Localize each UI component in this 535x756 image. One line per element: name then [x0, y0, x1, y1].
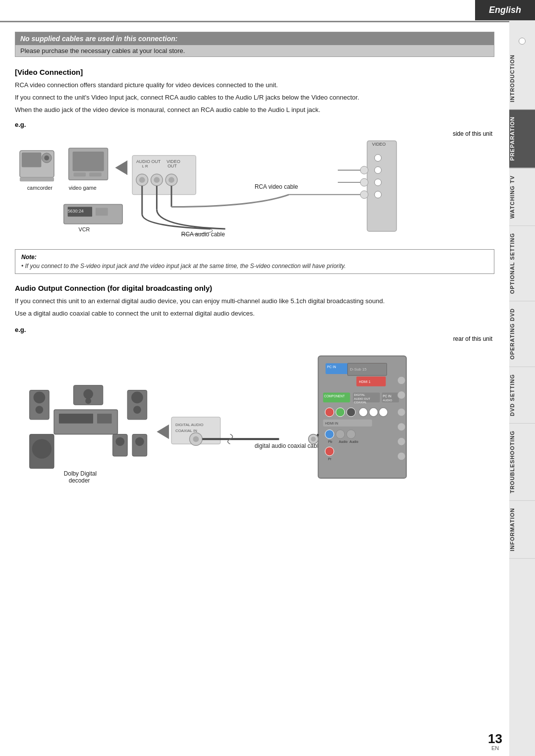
- sidebar-dot: [519, 38, 526, 45]
- svg-point-109: [397, 408, 405, 416]
- svg-text:RCA audio cable: RCA audio cable: [181, 231, 225, 238]
- svg-text:HDMI IN: HDMI IN: [325, 422, 338, 425]
- svg-point-92: [359, 408, 368, 417]
- svg-marker-65: [157, 425, 169, 439]
- svg-text:camcorder: camcorder: [27, 185, 53, 191]
- svg-point-108: [397, 391, 405, 399]
- svg-point-30: [374, 179, 381, 186]
- svg-text:PC IN: PC IN: [327, 365, 336, 369]
- page-number-block: 13 EN: [488, 732, 502, 751]
- sidebar-preparation: PREPARATION: [509, 109, 535, 168]
- note-text: • If you connect to the S-video input ja…: [21, 263, 488, 270]
- video-connection-para2: If you connect to the unit's Video Input…: [15, 93, 494, 103]
- english-tab: English: [475, 0, 535, 20]
- svg-text:AUDIO OUT: AUDIO OUT: [354, 397, 371, 400]
- svg-point-56: [85, 398, 91, 404]
- svg-point-22: [168, 177, 174, 183]
- svg-point-55: [83, 389, 93, 399]
- svg-rect-43: [96, 208, 108, 216]
- svg-rect-1: [22, 153, 42, 167]
- svg-point-97: [325, 430, 334, 439]
- svg-point-53: [133, 406, 141, 414]
- svg-marker-11: [115, 161, 127, 175]
- svg-point-70: [193, 436, 199, 442]
- svg-rect-7: [73, 152, 104, 171]
- audio-output-svg: Dolby Digital decoder DIGITAL AUDIO COAX…: [15, 335, 494, 489]
- top-divider: [0, 21, 509, 22]
- svg-point-29: [374, 167, 381, 174]
- svg-point-99: [336, 430, 345, 439]
- svg-text:D-Sub 15: D-Sub 15: [350, 367, 367, 372]
- svg-point-93: [369, 408, 378, 417]
- svg-point-21: [154, 177, 160, 183]
- video-eg-label: e.g.: [15, 121, 494, 128]
- svg-point-62: [135, 437, 144, 446]
- main-content: No supplied cables are used in this conn…: [0, 25, 509, 756]
- svg-point-90: [336, 408, 345, 417]
- svg-text:VCR: VCR: [78, 226, 90, 232]
- video-connection-para1: RCA video connection offers standard pic…: [15, 80, 494, 91]
- svg-text:COAXIAL IN: COAXIAL IN: [175, 428, 197, 432]
- svg-rect-8: [74, 173, 86, 177]
- svg-text:AUDIO: AUDIO: [383, 399, 392, 402]
- svg-point-107: [397, 377, 405, 384]
- svg-point-111: [397, 437, 405, 445]
- svg-rect-46: [59, 414, 93, 424]
- svg-text:Audio: Audio: [350, 440, 359, 443]
- sidebar-troubleshooting: TROUBLESHOOTING: [509, 424, 535, 501]
- audio-eg-label: e.g.: [15, 326, 494, 333]
- audio-diagram: rear of this unit: [15, 335, 494, 489]
- svg-point-33: [360, 179, 368, 187]
- audio-output-heading: Audio Output Connection (for digital bro…: [15, 284, 494, 292]
- svg-text:HDMI 1: HDMI 1: [359, 380, 371, 383]
- svg-point-28: [374, 155, 381, 162]
- note-title: Note:: [21, 254, 488, 261]
- video-connection-heading: [Video Connection]: [15, 68, 494, 76]
- side-of-unit-label: side of this unit: [453, 130, 492, 137]
- svg-text:L    R: L R: [142, 164, 148, 169]
- right-sidebar: INTRODUCTION PREPARATION WATCHING TV OPT…: [509, 0, 535, 756]
- svg-rect-47: [97, 414, 112, 424]
- svg-rect-9: [89, 173, 102, 177]
- svg-text:PC IN: PC IN: [383, 394, 391, 398]
- svg-point-101: [347, 430, 356, 439]
- audio-output-heading-bold: Audio Output Connection: [15, 284, 105, 292]
- svg-point-52: [131, 391, 143, 403]
- rear-of-unit-label: rear of this unit: [453, 335, 492, 342]
- svg-text:COMPONENT: COMPONENT: [324, 394, 345, 398]
- svg-point-34: [360, 191, 368, 199]
- sidebar-watching-tv: WATCHING TV: [509, 168, 535, 226]
- notice-subtitle: Please purchase the necessary cables at …: [15, 45, 494, 56]
- svg-point-58: [32, 439, 52, 459]
- svg-text:DIGITAL: DIGITAL: [354, 393, 366, 396]
- svg-point-60: [115, 437, 124, 446]
- svg-text:Audio: Audio: [339, 440, 348, 443]
- svg-point-50: [35, 406, 43, 414]
- svg-rect-27: [367, 141, 396, 232]
- svg-point-94: [379, 408, 388, 417]
- notice-box: No supplied cables are used in this conn…: [15, 32, 494, 57]
- svg-text:VIDEO: VIDEO: [372, 142, 386, 147]
- notice-title: No supplied cables are used in this conn…: [15, 32, 494, 45]
- svg-text:Pb: Pb: [328, 440, 332, 443]
- sidebar-dvd-setting: DVD SETTING: [509, 367, 535, 424]
- sidebar-introduction: INTRODUCTION: [509, 48, 535, 109]
- sidebar-information: INFORMATION: [509, 501, 535, 559]
- svg-rect-4: [20, 178, 54, 182]
- audio-output-para2: Use a digital audio coaxial cable to con…: [15, 309, 494, 319]
- svg-point-110: [397, 423, 405, 431]
- english-label: English: [489, 5, 521, 15]
- svg-point-112: [397, 452, 405, 460]
- svg-point-3: [44, 156, 49, 161]
- svg-text:5630:24: 5630:24: [68, 209, 84, 214]
- svg-point-103: [325, 447, 334, 456]
- svg-point-20: [139, 177, 145, 183]
- audio-output-heading-rest: (for digital broadcasting only): [105, 284, 212, 292]
- svg-text:Dolby Digital: Dolby Digital: [64, 470, 97, 477]
- video-diagram: side of this unit camcorder video game A…: [15, 130, 494, 244]
- svg-point-89: [325, 408, 334, 417]
- video-connection-svg: camcorder video game AUDIO OUT L R VIDEO…: [15, 130, 494, 244]
- svg-text:DIGITAL AUDIO: DIGITAL AUDIO: [175, 423, 204, 427]
- page-number: 13: [488, 732, 502, 745]
- svg-text:Pr: Pr: [328, 457, 332, 461]
